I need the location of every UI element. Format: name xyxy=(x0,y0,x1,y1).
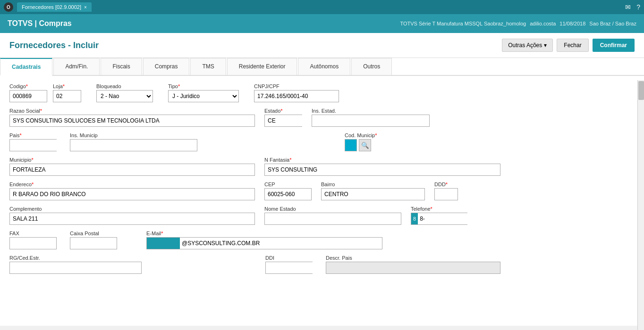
field-bloqueado: Bloqueado 2 - Nao xyxy=(96,83,153,102)
email-input-group: ​ xyxy=(146,237,382,249)
tipo-select[interactable]: J - Juridico xyxy=(168,90,239,102)
endereco-input[interactable] xyxy=(9,188,255,200)
rg-input[interactable] xyxy=(9,262,142,274)
caixa-postal-input[interactable] xyxy=(70,237,117,249)
field-ins-estad: Ins. Estad. xyxy=(312,108,430,127)
cod-municip-label: Cod. Municip* xyxy=(345,132,377,138)
n-fantasia-input[interactable] xyxy=(264,164,500,176)
field-ins-municip: Ins. Municip xyxy=(70,132,197,151)
field-email: E-Mail* ​ xyxy=(146,231,382,249)
field-endereco: Endereco* xyxy=(9,182,255,200)
bloqueado-select[interactable]: 2 - Nao xyxy=(96,90,153,102)
fechar-button[interactable]: Fechar xyxy=(557,39,588,52)
confirmar-button[interactable]: Confirmar xyxy=(593,39,635,52)
field-pais: Pais* 🔍 xyxy=(9,132,57,151)
cod-municip-color xyxy=(345,139,357,151)
codigo-label: Codigo* xyxy=(9,83,47,89)
tab-cadastrais[interactable]: Cadastrais xyxy=(0,58,52,76)
ddi-label: DDI xyxy=(265,255,313,261)
form-row-7: FAX Caixa Postal E-Mail* ​ xyxy=(9,231,635,249)
field-ddd: DDD* xyxy=(434,182,458,200)
topbar: O Fornecedores [02.9.0002] × ✉ ? xyxy=(0,0,644,14)
field-descr-pais: Descr. Pais xyxy=(326,255,500,274)
cep-input[interactable] xyxy=(264,188,312,200)
form-area: Codigo* Loja* Bloqueado 2 - Nao Tipo* J … xyxy=(0,76,644,326)
app-title: TOTVS | Compras xyxy=(8,19,72,28)
field-ddi: DDI 🔍 xyxy=(265,255,313,274)
ddd-label: DDD* xyxy=(434,182,458,187)
endereco-label: Endereco* xyxy=(9,182,255,187)
pais-input-group: 🔍 xyxy=(9,139,57,151)
page-title: Fornecedores - Incluir xyxy=(9,41,99,50)
email-label: E-Mail* xyxy=(146,231,382,236)
form-row-5: Endereco* CEP Bairro DDD* xyxy=(9,182,635,200)
tab-fiscais[interactable]: Fiscais xyxy=(101,58,142,75)
razao-social-label: Razao Social* xyxy=(9,108,255,114)
header-info: TOTVS Série T Manufatura MSSQL Saobraz_h… xyxy=(400,21,636,26)
pais-label: Pais* xyxy=(9,132,57,138)
estado-input-group: 🔍 xyxy=(264,115,302,127)
form-row-3: Pais* 🔍 Ins. Municip Cod. Municip* 🔍 xyxy=(9,132,635,151)
location-info: Sao Braz / Sao Braz xyxy=(589,21,636,26)
telefone-input-group: 8 xyxy=(411,213,467,225)
form-row-2: Razao Social* Estado* 🔍 Ins. Estad. xyxy=(9,108,635,127)
active-tab[interactable]: Fornecedores [02.9.0002] × xyxy=(17,2,92,12)
n-fantasia-label: N Fantasia* xyxy=(264,157,500,163)
headerbar: TOTVS | Compras TOTVS Série T Manufatura… xyxy=(0,14,644,33)
field-tipo: Tipo* J - Juridico xyxy=(168,83,239,102)
ins-municip-label: Ins. Municip xyxy=(70,132,197,138)
tab-residente[interactable]: Residente Exterior xyxy=(227,58,297,75)
descr-pais-input xyxy=(326,262,500,274)
telefone-label: Telefone* xyxy=(411,206,467,212)
ins-municip-input[interactable] xyxy=(70,139,197,151)
user-info: adilio.costa xyxy=(530,21,556,26)
field-caixa-postal: Caixa Postal xyxy=(70,231,117,249)
cod-municip-search[interactable]: 🔍 xyxy=(359,139,371,151)
cnpj-input[interactable] xyxy=(254,90,339,102)
field-estado: Estado* 🔍 xyxy=(264,108,302,127)
tab-outros[interactable]: Outros xyxy=(351,58,392,75)
form-row-1: Codigo* Loja* Bloqueado 2 - Nao Tipo* J … xyxy=(9,83,635,102)
ins-estad-input[interactable] xyxy=(312,115,430,127)
nome-estado-input[interactable] xyxy=(264,213,401,225)
field-fax: FAX xyxy=(9,231,57,249)
descr-pais-label: Descr. Pais xyxy=(326,255,500,261)
bairro-label: Bairro xyxy=(321,182,425,187)
codigo-input[interactable] xyxy=(9,90,47,102)
loja-input[interactable] xyxy=(53,90,81,102)
field-telefone: Telefone* 8 xyxy=(411,206,467,225)
help-icon[interactable]: ? xyxy=(636,3,640,11)
field-municipio: Municipio* xyxy=(9,157,255,176)
complemento-input[interactable] xyxy=(9,213,255,225)
tab-compras[interactable]: Compras xyxy=(143,58,190,75)
page-actions: Outras Ações ▾ Fechar Confirmar xyxy=(502,39,635,52)
nome-estado-label: Nome Estado xyxy=(264,206,401,212)
close-tab-icon[interactable]: × xyxy=(84,5,87,10)
scrollbar[interactable] xyxy=(637,80,644,326)
caixa-postal-label: Caixa Postal xyxy=(70,231,117,236)
tab-tms[interactable]: TMS xyxy=(190,58,226,75)
email-prefix-highlighted: ​ xyxy=(147,238,180,249)
bairro-input[interactable] xyxy=(321,188,425,200)
tab-adm-fin[interactable]: Adm/Fin. xyxy=(53,58,100,75)
field-codigo: Codigo* xyxy=(9,83,47,102)
telefone-input[interactable] xyxy=(418,213,492,224)
system-info: TOTVS Série T Manufatura MSSQL Saobraz_h… xyxy=(400,21,526,26)
municipio-input[interactable] xyxy=(9,164,255,176)
mail-icon[interactable]: ✉ xyxy=(625,3,631,11)
field-rg: RG/Ced.Estr. xyxy=(9,255,142,274)
email-input[interactable] xyxy=(180,238,382,249)
outras-acoes-button[interactable]: Outras Ações ▾ xyxy=(502,39,553,52)
fax-input[interactable] xyxy=(9,237,57,249)
ins-estad-label: Ins. Estad. xyxy=(312,108,430,114)
tab-autonomos[interactable]: Autônomos xyxy=(298,58,350,75)
field-loja: Loja* xyxy=(53,83,81,102)
tipo-label: Tipo* xyxy=(168,83,239,89)
scrollbar-thumb[interactable] xyxy=(638,81,644,100)
field-complemento: Complemento xyxy=(9,206,255,225)
page-titlebar: Fornecedores - Incluir Outras Ações ▾ Fe… xyxy=(0,33,644,58)
ddd-input[interactable] xyxy=(434,188,458,200)
razao-social-input[interactable] xyxy=(9,115,255,127)
field-cod-municip: Cod. Municip* 🔍 xyxy=(345,132,377,151)
form-row-4: Municipio* N Fantasia* xyxy=(9,157,635,176)
